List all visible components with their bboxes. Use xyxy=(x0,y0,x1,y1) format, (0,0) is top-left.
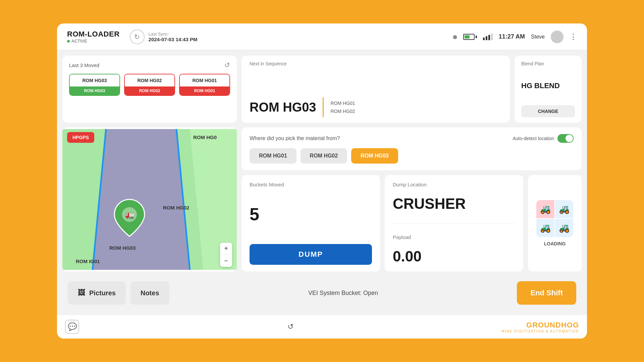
svg-text:🚛: 🚛 xyxy=(125,210,135,219)
avatar xyxy=(551,31,564,43)
battery-tip xyxy=(476,36,477,38)
vei-status: VEI System Bucket: Open xyxy=(174,290,513,297)
battery-fill xyxy=(465,35,470,39)
loading-grid: 🚜 🚜 🚜 🚜 xyxy=(536,200,573,237)
right-panels: Where did you pick the material from? Au… xyxy=(241,127,582,272)
notes-button[interactable]: Notes xyxy=(130,281,169,305)
user-name: Steve xyxy=(531,34,545,40)
battery-indicator xyxy=(463,34,477,40)
active-dot-icon xyxy=(67,40,70,43)
auto-detect: Auto-detect location xyxy=(513,134,574,143)
dump-button[interactable]: DUMP xyxy=(250,244,372,265)
sequence-next-1: ROM HG01 xyxy=(330,101,355,106)
footer: 💬 ↺ GROUNDHOG MINE DIGITIZATION & AUTOMA… xyxy=(57,315,587,339)
buckets-moved-label: Buckets Moved xyxy=(250,182,372,187)
loc-card-2[interactable]: ROM HG02 ROM HG02 xyxy=(124,74,175,96)
signal-bar-4 xyxy=(491,34,493,40)
refresh-icon[interactable]: ↺ xyxy=(287,322,293,331)
company-sub: MINE DIGITIZATION & AUTOMATION xyxy=(501,329,579,333)
signal-bar-2 xyxy=(486,36,487,40)
loading-cell-4: 🚜 xyxy=(555,219,573,237)
auto-detect-toggle[interactable] xyxy=(557,134,574,143)
pictures-label: Pictures xyxy=(89,289,116,297)
history-icon[interactable]: ↺ xyxy=(224,61,230,69)
source-hg01-button[interactable]: ROM HG01 xyxy=(250,148,297,164)
pictures-button[interactable]: 🖼 Pictures xyxy=(68,281,126,305)
loading-cell-3: 🚜 xyxy=(536,219,554,237)
map-svg: ROM HG0 ROM HG02 ROM HG03 ROM IG01 🚛 xyxy=(62,127,237,272)
sync-text: Last Sync: 2024-07-03 14:43 PM xyxy=(149,32,198,42)
stats-panel: Buckets Moved 5 DUMP Dump Location CRUSH… xyxy=(241,175,582,272)
signal-bars xyxy=(483,34,493,40)
divider xyxy=(393,223,515,224)
bluetooth-icon: ⎈ xyxy=(453,33,457,41)
groundhog-logo: GROUNDHOG MINE DIGITIZATION & AUTOMATION xyxy=(501,321,579,333)
sync-icon[interactable]: ↻ xyxy=(130,29,145,44)
loc-card-1[interactable]: ROM HG03 ROM HG03 xyxy=(69,74,120,96)
svg-text:ROM IG01: ROM IG01 xyxy=(76,258,100,264)
loading-label: LOADING xyxy=(544,241,566,246)
company-name: GROUNDHOG xyxy=(526,321,579,329)
sequence-title: Next in Sequence xyxy=(250,61,502,66)
signal-bar-3 xyxy=(488,35,490,40)
sequence-main: ROM HG03 xyxy=(250,100,316,115)
dump-location-label: Dump Location xyxy=(393,182,515,187)
source-hg02-button[interactable]: ROM HG02 xyxy=(301,148,347,164)
blend-name: HG BLEND xyxy=(521,81,575,90)
loc-card-3-bottom: ROM HG01 xyxy=(180,86,229,95)
sequence-divider xyxy=(323,97,324,117)
top-row: Last 3 Moved ↺ ROM HG03 ROM HG03 ROM HG0… xyxy=(62,56,582,123)
middle-row: ROM HG0 ROM HG02 ROM HG03 ROM IG01 🚛 HPG… xyxy=(62,127,582,272)
header: ROM-LOADER ACTIVE ↻ Last Sync: 2024-07-0… xyxy=(57,23,587,50)
toggle-knob xyxy=(566,135,573,142)
main-container: ROM-LOADER ACTIVE ↻ Last Sync: 2024-07-0… xyxy=(57,23,587,339)
header-right: ⎈ 11:27 AM Steve ⋮ xyxy=(453,31,577,43)
source-title: Where did you pick the material from? xyxy=(250,135,340,141)
source-buttons: ROM HG01 ROM HG02 ROM HG03 xyxy=(250,148,574,164)
loc-card-1-bottom: ROM HG03 xyxy=(70,86,119,95)
sequence-panel: Next in Sequence ROM HG03 ROM HG01 ROM H… xyxy=(241,56,510,123)
time-display: 11:27 AM xyxy=(499,33,525,40)
dump-location-card: Dump Location CRUSHER Payload 0.00 xyxy=(385,175,523,272)
loc-card-2-bottom: ROM HG02 xyxy=(125,86,174,95)
blend-label: Blend Plan xyxy=(521,61,575,66)
last-moved-title: Last 3 Moved xyxy=(69,62,99,68)
status-badge: ACTIVE xyxy=(67,39,120,44)
app-info: ROM-LOADER ACTIVE xyxy=(67,30,120,44)
signal-bar-1 xyxy=(483,38,485,40)
payload-label: Payload xyxy=(393,234,515,240)
hpgps-button[interactable]: HPGPS xyxy=(67,132,94,143)
svg-text:ROM HG03: ROM HG03 xyxy=(109,245,136,251)
end-shift-button[interactable]: End Shift xyxy=(517,281,576,305)
zoom-controls: + − xyxy=(220,243,232,267)
loc-card-3[interactable]: ROM HG01 ROM HG01 xyxy=(179,74,230,96)
message-icon[interactable]: 💬 xyxy=(65,320,79,334)
sync-label: Last Sync: xyxy=(149,32,198,37)
sequence-next: ROM HG01 ROM HG02 xyxy=(330,101,355,114)
loading-cell-1: 🚜 xyxy=(536,200,554,218)
buckets-moved-card: Buckets Moved 5 DUMP xyxy=(241,175,380,272)
battery-body xyxy=(463,34,475,40)
source-header: Where did you pick the material from? Au… xyxy=(250,134,574,143)
zoom-in-button[interactable]: + xyxy=(220,243,232,255)
source-hg03-button[interactable]: ROM HG03 xyxy=(351,148,398,164)
loc-card-1-top: ROM HG03 xyxy=(70,74,119,86)
pictures-icon: 🖼 xyxy=(78,289,85,297)
map-panel: ROM HG0 ROM HG02 ROM HG03 ROM IG01 🚛 HPG… xyxy=(62,127,237,272)
loading-panel: 🚜 🚜 🚜 🚜 LOADING xyxy=(528,175,582,272)
blend-panel: Blend Plan HG BLEND CHANGE xyxy=(515,56,582,123)
last-moved-panel: Last 3 Moved ↺ ROM HG03 ROM HG03 ROM HG0… xyxy=(62,56,237,123)
app-title: ROM-LOADER xyxy=(67,30,120,39)
svg-marker-1 xyxy=(93,129,190,270)
more-menu-icon[interactable]: ⋮ xyxy=(570,33,577,41)
zoom-out-button[interactable]: − xyxy=(220,255,232,267)
dump-location-value: CRUSHER xyxy=(393,195,515,212)
svg-text:ROM HG0: ROM HG0 xyxy=(193,134,217,140)
location-cards: ROM HG03 ROM HG03 ROM HG02 ROM HG02 ROM … xyxy=(69,74,230,96)
change-button[interactable]: CHANGE xyxy=(521,105,575,117)
sync-time: 2024-07-03 14:43 PM xyxy=(149,37,198,42)
loading-cell-2: 🚜 xyxy=(555,200,573,218)
notes-label: Notes xyxy=(141,289,159,297)
buckets-moved-value: 5 xyxy=(250,205,372,223)
panel-header: Last 3 Moved ↺ xyxy=(69,61,230,69)
